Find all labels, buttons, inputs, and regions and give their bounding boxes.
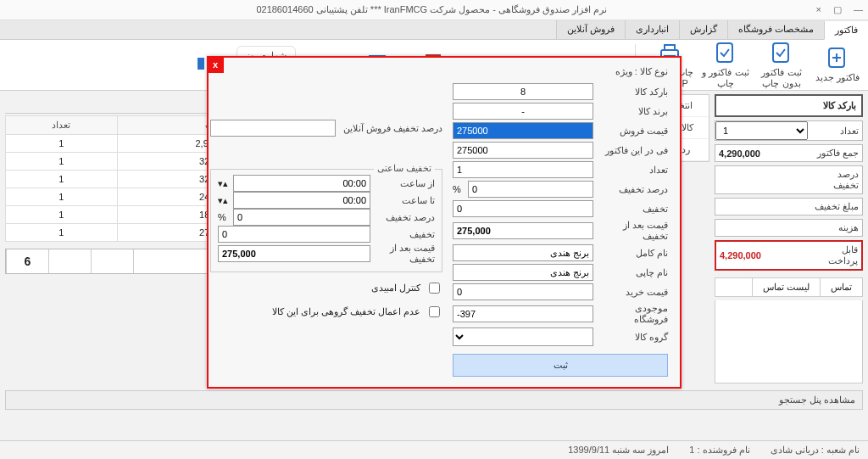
payable-box: قابل پرداخت 4,290,000: [715, 240, 863, 271]
qty-input[interactable]: [453, 161, 593, 178]
payable-label: قابل پرداخت: [807, 242, 861, 269]
toolbar-save-print[interactable]: ثبت فاکتور و چاپ: [700, 42, 751, 89]
chk-embedded-input[interactable]: [429, 283, 440, 294]
summary-panel: بارکد کالا تعداد 1 جمع فاکتور 4,290,000 …: [715, 94, 863, 383]
chk-no-group-disc[interactable]: عدم اعمال تخفیف گروهی برای این کالا: [210, 304, 442, 320]
toolbar-new-invoice-label: فاکتور جدید: [815, 72, 860, 82]
sell-price-label: قیمت فروش: [598, 126, 668, 137]
cell-qty: 1: [6, 171, 118, 188]
fee-label: فی در این فاکتور: [598, 145, 668, 156]
buy-price-input[interactable]: [453, 283, 593, 300]
h-after-input[interactable]: [218, 245, 370, 262]
group-label: گروه کالا: [598, 332, 668, 343]
tab-inventory[interactable]: انبارداری: [625, 20, 679, 39]
barcode-input[interactable]: [453, 83, 593, 100]
status-branch: نام شعبه : دریانی شادی: [771, 445, 860, 456]
after-disc-label: قیمت بعد از تخفیف: [598, 220, 668, 242]
pct-suffix: %: [218, 212, 228, 222]
field-buy-price: قیمت خرید: [453, 283, 668, 300]
barcode-input-box[interactable]: بارکد کالا: [715, 94, 863, 117]
brand-input[interactable]: [453, 103, 593, 120]
sum-box: جمع فاکتور 4,290,000: [715, 144, 863, 162]
total-blank2: [48, 249, 91, 273]
full-name-input[interactable]: [453, 244, 593, 261]
disc-amt-label: مبلغ تخفیف: [808, 199, 862, 215]
h-disc-pct-input[interactable]: [233, 209, 370, 226]
grid-col-qty[interactable]: تعداد: [6, 116, 118, 135]
field-fee: فی در این فاکتور: [453, 142, 668, 159]
toolbar-save-noprint-label: ثبت فاکتور بدون چاپ: [761, 67, 801, 88]
field-h-disc: تخفیف: [218, 226, 435, 243]
field-after-disc: قیمت بعد از تخفیف: [453, 220, 668, 242]
product-modal: x نوع کالا : ویژه بارکد کالا برند کالا ق…: [207, 56, 682, 389]
tab-online-sale[interactable]: فروش آنلاین: [556, 20, 625, 39]
tab-store-info[interactable]: مشخصات فروشگاه: [727, 20, 824, 39]
toolbar-save-print-label: ثبت فاکتور و چاپ: [702, 67, 748, 88]
disc-pct-input[interactable]: [468, 181, 593, 198]
tab-invoice[interactable]: فاکتور: [824, 21, 868, 40]
online-disc-input[interactable]: [210, 120, 336, 137]
tab-reports[interactable]: گزارش: [679, 20, 727, 39]
window-minimize[interactable]: —: [854, 4, 863, 15]
total-qty: 6: [6, 249, 48, 273]
submit-button[interactable]: ثبت: [453, 354, 668, 377]
product-type-label: نوع کالا : ویژه: [453, 66, 668, 77]
stock-input[interactable]: [453, 305, 593, 322]
field-disc: تخفیف: [453, 200, 668, 217]
qty-label: تعداد: [808, 123, 862, 139]
disc-label: تخفیف: [598, 204, 668, 215]
chk-no-group-disc-input[interactable]: [429, 306, 440, 317]
window-maximize[interactable]: ▢: [833, 4, 842, 15]
spinner-icon[interactable]: ▴▾: [218, 195, 228, 206]
modal-close-button[interactable]: x: [207, 56, 224, 73]
h-disc-pct-label: درصد تخفیف: [376, 212, 435, 223]
doc-check-icon: [770, 42, 793, 64]
doc-plus-icon: [826, 47, 849, 69]
contact-tab[interactable]: تماس: [820, 278, 862, 296]
status-today: امروز سه شنبه 1399/9/11: [568, 445, 669, 456]
disc-input[interactable]: [453, 200, 593, 217]
to-time-input[interactable]: [233, 192, 370, 209]
print-name-input[interactable]: [453, 264, 593, 281]
svg-rect-1: [773, 43, 788, 62]
contact-list-tab[interactable]: لیست تماس: [752, 278, 820, 296]
toolbar-new-invoice[interactable]: فاکتور جدید: [812, 47, 863, 83]
cost-box: هزینه: [715, 219, 863, 237]
h-after-label: قیمت بعد از تخفیف: [376, 243, 435, 265]
spinner-icon[interactable]: ▴▾: [218, 178, 228, 189]
hourly-discount-group: تخفیف ساعتی از ساعت▴▾ تا ساعت▴▾ درصد تخف…: [210, 169, 442, 272]
print-name-label: نام چاپی: [598, 267, 668, 278]
sum-label: جمع فاکتور: [808, 145, 862, 161]
chk-embedded-label: کنترل امبیدی: [371, 283, 420, 294]
disc-pct-box: درصد تخفیف: [715, 165, 863, 194]
from-time-input[interactable]: [233, 175, 370, 192]
cell-qty: 1: [6, 135, 118, 153]
toolbar-save-noprint[interactable]: ثبت فاکتور بدون چاپ: [756, 42, 807, 89]
window-close[interactable]: ×: [816, 4, 821, 15]
field-print-name: نام چاپی: [453, 264, 668, 281]
h-disc-input[interactable]: [218, 226, 370, 243]
disc-amt-value: [715, 204, 808, 210]
total-blank1: [91, 249, 133, 273]
field-full-name: نام کامل: [453, 244, 668, 261]
disc-amt-box: مبلغ تخفیف: [715, 198, 863, 216]
field-qty: تعداد: [453, 161, 668, 178]
field-sell-price: قیمت فروش: [453, 122, 668, 139]
qty-select[interactable]: 1: [715, 121, 808, 140]
after-disc-input[interactable]: [453, 222, 593, 239]
stock-label: موجودی فروشگاه: [598, 303, 668, 325]
search-panel-toggle[interactable]: مشاهده پنل جستجو: [5, 390, 863, 410]
sell-price-input[interactable]: [453, 122, 593, 139]
modal-left-column: درصد تخفیف فروش آنلاین تخفیف ساعتی از سا…: [210, 66, 442, 377]
brand-label: برند کالا: [598, 106, 668, 117]
chk-no-group-disc-label: عدم اعمال تخفیف گروهی برای این کالا: [272, 306, 420, 317]
group-select[interactable]: [453, 327, 593, 346]
cost-value: [715, 226, 808, 231]
fee-input[interactable]: [453, 142, 593, 159]
disc-pct-label: درصد تخفیف: [808, 166, 862, 193]
field-from-time: از ساعت▴▾: [218, 175, 435, 192]
qty-label: تعداد: [598, 165, 668, 176]
chk-embedded[interactable]: کنترل امبیدی: [210, 280, 442, 296]
svg-rect-4: [665, 45, 675, 50]
cell-qty: 1: [6, 224, 118, 242]
